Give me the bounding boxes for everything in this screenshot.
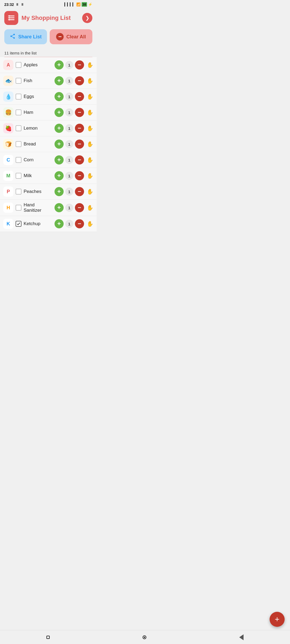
list-item: 🍔Ham+1−✋ bbox=[0, 105, 97, 120]
decrement-button[interactable]: − bbox=[75, 108, 84, 117]
increment-button[interactable]: + bbox=[55, 155, 64, 164]
increment-button[interactable]: + bbox=[55, 108, 64, 117]
item-controls: +1−✋ bbox=[55, 124, 93, 133]
decrement-button[interactable]: − bbox=[75, 155, 84, 164]
share-list-button[interactable]: Share List bbox=[4, 29, 47, 44]
decrement-button[interactable]: − bbox=[75, 171, 84, 180]
item-controls: +1−✋ bbox=[55, 60, 93, 69]
item-name: Fish bbox=[24, 78, 52, 83]
item-checkbox[interactable] bbox=[16, 157, 21, 163]
app-title: My Shopping List bbox=[21, 14, 71, 21]
item-checkbox[interactable] bbox=[16, 109, 21, 115]
item-quantity: 1 bbox=[65, 93, 73, 101]
increment-button[interactable]: + bbox=[55, 140, 64, 149]
item-icon: 🐟 bbox=[3, 76, 13, 86]
status-bar: 23:32 ⏸ ⏸ ▎▎▎▎ 📶 38 ⚡ bbox=[0, 0, 97, 8]
decrement-button[interactable]: − bbox=[75, 76, 84, 85]
drag-handle-icon[interactable]: ✋ bbox=[87, 141, 93, 147]
decrement-button[interactable]: − bbox=[75, 124, 84, 133]
item-controls: +1−✋ bbox=[55, 171, 93, 180]
item-name: Ham bbox=[24, 110, 52, 115]
item-name: Peaches bbox=[24, 189, 52, 194]
list-item: 🍞Bread+1−✋ bbox=[0, 136, 97, 152]
list-item: KKetchup+1−✋ bbox=[0, 216, 97, 232]
list-item: PPeaches+1−✋ bbox=[0, 184, 97, 200]
decrement-button[interactable]: − bbox=[75, 92, 84, 101]
item-quantity: 1 bbox=[65, 204, 73, 212]
shopping-list: AApples+1−✋🐟Fish+1−✋💧Eggs+1−✋🍔Ham+1−✋🍓Le… bbox=[0, 57, 97, 232]
increment-button[interactable]: + bbox=[55, 92, 64, 101]
status-time: 23:32 bbox=[4, 2, 14, 7]
item-quantity: 1 bbox=[65, 124, 73, 132]
drag-handle-icon[interactable]: ✋ bbox=[87, 125, 93, 131]
item-checkbox[interactable] bbox=[16, 141, 21, 147]
item-quantity: 1 bbox=[65, 220, 73, 228]
decrement-button[interactable]: − bbox=[75, 203, 84, 212]
item-icon: 🍔 bbox=[3, 107, 13, 118]
drag-handle-icon[interactable]: ✋ bbox=[87, 188, 93, 195]
charging-icon: ⚡ bbox=[88, 2, 92, 6]
item-controls: +1−✋ bbox=[55, 203, 93, 212]
item-checkbox[interactable] bbox=[16, 221, 21, 227]
decrement-button[interactable]: − bbox=[75, 187, 84, 196]
item-checkbox[interactable] bbox=[16, 205, 21, 211]
drag-handle-icon[interactable]: ✋ bbox=[87, 221, 93, 227]
svg-point-5 bbox=[9, 19, 10, 20]
item-checkbox[interactable] bbox=[16, 189, 21, 195]
chevron-right-icon: ❯ bbox=[85, 15, 89, 21]
status-icons: ▎▎▎▎ 📶 38 ⚡ bbox=[64, 2, 92, 7]
item-quantity: 1 bbox=[65, 77, 73, 85]
item-controls: +1−✋ bbox=[55, 219, 93, 228]
list-item: 💧Eggs+1−✋ bbox=[0, 89, 97, 105]
increment-button[interactable]: + bbox=[55, 219, 64, 228]
drag-handle-icon[interactable]: ✋ bbox=[87, 157, 93, 163]
item-checkbox[interactable] bbox=[16, 78, 21, 84]
item-icon: 🍓 bbox=[3, 123, 13, 133]
decrement-button[interactable]: − bbox=[75, 60, 84, 69]
list-item: MMilk+1−✋ bbox=[0, 168, 97, 184]
drag-handle-icon[interactable]: ✋ bbox=[87, 173, 93, 179]
list-item: 🍓Lemon+1−✋ bbox=[0, 120, 97, 136]
navigate-button[interactable]: ❯ bbox=[82, 13, 92, 23]
list-item: CCorn+1−✋ bbox=[0, 152, 97, 168]
drag-handle-icon[interactable]: ✋ bbox=[87, 62, 93, 68]
increment-button[interactable]: + bbox=[55, 171, 64, 180]
battery-badge: 38 bbox=[82, 2, 87, 7]
increment-button[interactable]: + bbox=[55, 76, 64, 85]
item-checkbox[interactable] bbox=[16, 173, 21, 179]
item-controls: +1−✋ bbox=[55, 92, 93, 101]
item-controls: +1−✋ bbox=[55, 108, 93, 117]
drag-handle-icon[interactable]: ✋ bbox=[87, 78, 93, 84]
item-quantity: 1 bbox=[65, 172, 73, 180]
item-controls: +1−✋ bbox=[55, 155, 93, 164]
item-count: 11 items in the list bbox=[0, 49, 97, 57]
item-controls: +1−✋ bbox=[55, 140, 93, 149]
item-checkbox[interactable] bbox=[16, 62, 21, 68]
minus-circle-icon: − bbox=[56, 33, 64, 41]
increment-button[interactable]: + bbox=[55, 187, 64, 196]
item-quantity: 1 bbox=[65, 140, 73, 148]
item-icon: 💧 bbox=[3, 92, 13, 102]
list-item: AApples+1−✋ bbox=[0, 57, 97, 73]
drag-handle-icon[interactable]: ✋ bbox=[87, 109, 93, 116]
divider bbox=[4, 57, 92, 57]
item-checkbox[interactable] bbox=[16, 94, 21, 100]
svg-point-4 bbox=[9, 17, 10, 19]
clear-all-button[interactable]: − Clear All bbox=[50, 29, 92, 44]
item-name: Ketchup bbox=[24, 221, 52, 226]
increment-button[interactable]: + bbox=[55, 124, 64, 133]
item-name: Hand Sanitizer bbox=[24, 202, 52, 213]
item-icon: 🍞 bbox=[3, 139, 13, 149]
item-name: Lemon bbox=[24, 126, 52, 131]
increment-button[interactable]: + bbox=[55, 60, 64, 69]
decrement-button[interactable]: − bbox=[75, 219, 84, 228]
increment-button[interactable]: + bbox=[55, 203, 64, 212]
status-icon-2: ⏸ bbox=[21, 2, 24, 6]
item-checkbox[interactable] bbox=[16, 125, 21, 131]
share-list-label: Share List bbox=[18, 34, 42, 40]
drag-handle-icon[interactable]: ✋ bbox=[87, 204, 93, 211]
item-name: Milk bbox=[24, 173, 52, 178]
decrement-button[interactable]: − bbox=[75, 140, 84, 149]
item-name: Bread bbox=[24, 141, 52, 147]
drag-handle-icon[interactable]: ✋ bbox=[87, 93, 93, 100]
